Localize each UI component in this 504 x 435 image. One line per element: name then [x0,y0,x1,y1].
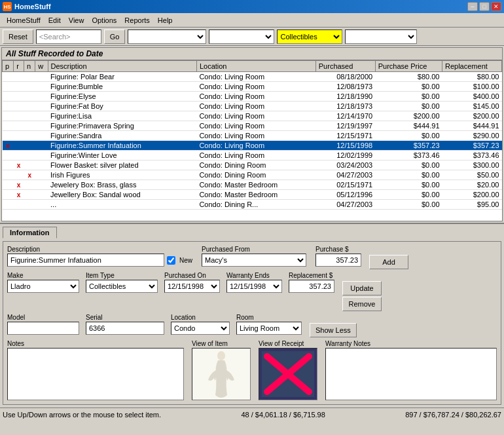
view-item-group: View of Item [192,340,251,400]
data-table: p r n w Description Location Purchased P… [2,60,502,210]
col-rep: $145.00 [442,102,502,111]
col-price: $0.00 [375,200,442,210]
col-w [35,200,48,210]
table-row[interactable]: xIrish FiguresCondo: Dining Room04/27/20… [3,170,502,180]
close-button[interactable]: ✕ [491,2,501,11]
new-checkbox[interactable] [167,256,175,265]
col-loc: Condo: Living Room [196,102,315,111]
table-row[interactable]: Figurine: Polar BearCondo: Living Room08… [3,72,502,82]
search-input[interactable] [36,29,101,44]
location-select[interactable] [128,29,206,44]
col-w [35,111,48,121]
make-label: Make [7,272,79,279]
table-row[interactable]: Figurine:LisaCondo: Living Room12/14/197… [3,111,502,121]
model-input[interactable] [7,322,79,335]
col-purch: 12/14/1970 [315,111,375,121]
menu-edit[interactable]: Edit [45,15,65,26]
purch-from-select[interactable]: Macy's [202,254,306,267]
col-price: $444.91 [375,121,442,131]
col-purch: 04/27/2003 [315,200,375,210]
all-categories-select[interactable] [345,29,417,44]
col-desc: Figurine:Bumble [48,82,196,92]
col-loc: Condo: Master Bedroom [196,190,315,200]
table-row[interactable]: Figurine:SandraCondo: Living Room12/15/1… [3,131,502,141]
col-loc: Condo: Dining Room [196,170,315,180]
bottom-row: Notes View of Item View of Rece [7,340,497,400]
svg-point-0 [217,351,225,360]
update-button[interactable]: Update [342,281,382,295]
menu-homestuff[interactable]: HomeStuff [3,15,45,26]
table-row[interactable]: Figurine:Fat BoyCondo: Living Room12/18/… [3,102,502,111]
form-row-3: Model Serial Location Condo Room Living … [7,314,497,337]
minimize-button[interactable]: – [467,2,478,11]
col-p [3,131,14,141]
col-p [3,111,14,121]
maximize-button[interactable]: □ [479,2,490,11]
col-header-loc: Location [196,61,315,72]
item-type-select[interactable]: Collectibles [86,280,158,293]
col-w [35,151,48,161]
table-row[interactable]: Figurine:Primavera SpringCondo: Living R… [3,121,502,131]
view-item-image[interactable] [192,348,251,400]
status-left: Use Up/Down arrows or the mouse to selec… [3,411,161,419]
desc-label: Description [7,246,192,253]
col-n [24,161,35,170]
table-row[interactable]: Figurine:BumbleCondo: Living Room12/08/1… [3,82,502,92]
warranty-ends-select[interactable]: 12/15/1998 [226,280,282,293]
col-loc: Condo: Living Room [196,82,315,92]
purch-price-input[interactable] [315,254,361,267]
reset-button[interactable]: Reset [3,29,33,44]
col-p [3,170,14,180]
serial-input[interactable] [86,322,164,335]
col-rep: $100.00 [442,82,502,92]
table-row[interactable]: xJewellery Box: Sandal woodCondo: Master… [3,190,502,200]
menu-help[interactable]: Help [154,15,177,26]
col-price: $0.00 [375,190,442,200]
go-button[interactable]: Go [104,29,126,44]
col-header-rep: Replacement [442,61,502,72]
table-row[interactable]: Figurine:Winter LoveCondo: Living Room12… [3,151,502,161]
menu-view[interactable]: View [65,15,88,26]
table-row[interactable]: xFigurine:Summer InfatuationCondo: Livin… [3,141,502,151]
view-receipt-image[interactable] [259,348,317,400]
notes-textarea[interactable] [7,348,184,400]
table-wrapper[interactable]: p r n w Description Location Purchased P… [2,60,502,221]
purch-on-group: Purchased On 12/15/1998 [164,272,220,293]
purch-on-select[interactable]: 12/15/1998 [164,280,220,293]
remove-button[interactable]: Remove [342,297,382,311]
room-select[interactable] [209,29,274,44]
col-w [35,82,48,92]
tab-information[interactable]: Information [3,227,57,238]
menu-reports[interactable]: Reports [120,15,154,26]
col-w [35,190,48,200]
add-button[interactable]: Add [369,255,408,269]
col-loc: Condo: Living Room [196,131,315,141]
menu-options[interactable]: Options [88,15,120,26]
table-row[interactable]: xJewelery Box: Brass, glassCondo: Master… [3,180,502,190]
replacement-group: Replacement $ [289,272,334,293]
category-main-select[interactable]: Collectibles [277,29,342,44]
col-rep: $95.00 [442,200,502,210]
col-n [24,200,35,210]
replacement-input[interactable] [289,280,334,293]
table-row[interactable]: ...Condo: Dining R...04/27/2003$0.00$95.… [3,200,502,210]
window-controls[interactable]: – □ ✕ [467,2,501,11]
col-header-price: Purchase Price [375,61,442,72]
desc-input[interactable] [7,254,164,267]
col-price: $0.00 [375,131,442,141]
warranty-notes-textarea[interactable] [325,348,497,400]
col-p [3,72,14,82]
show-less-button[interactable]: Show Less [310,323,357,337]
make-select[interactable]: Lladro [7,280,79,293]
location-select-info[interactable]: Condo [171,322,230,335]
warranty-notes-group: Warranty Notes [325,340,497,400]
table-row[interactable]: xFlower Basket: silver platedCondo: Dini… [3,161,502,170]
table-row[interactable]: Figurine:ElyseCondo: Living Room12/18/19… [3,92,502,102]
room-select-info[interactable]: Living Room [236,322,302,335]
col-desc: Flower Basket: silver plated [48,161,196,170]
col-purch: 03/24/2003 [315,161,375,170]
item-type-label: Item Type [86,272,158,279]
warranty-ends-group: Warranty Ends 12/15/1998 [226,272,282,293]
purch-price-label: Purchase $ [315,246,361,253]
col-p [3,102,14,111]
